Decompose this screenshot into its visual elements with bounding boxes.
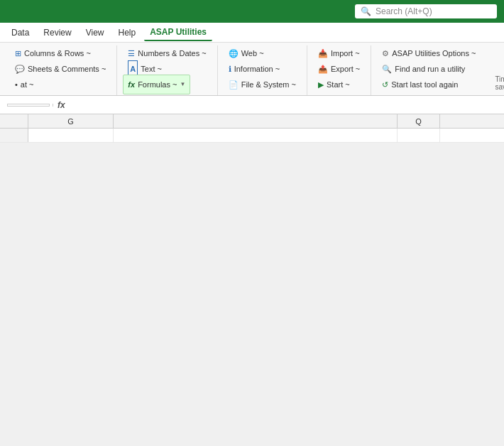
ribbon-group-columns: ⊞ Columns & Rows ~ 💬 Sheets & Comments ~…	[4, 45, 117, 95]
col-header-q	[114, 114, 398, 128]
formula-icon: fx	[57, 100, 65, 110]
formula-bar: fx	[0, 96, 504, 114]
menu-item-help[interactable]: Help	[113, 25, 142, 40]
ribbon-btn-start[interactable]: ▶ Start ~	[313, 75, 355, 94]
formulas-icon: fx	[128, 77, 135, 92]
title-bar: 🔍 Search (Alt+Q)	[0, 0, 504, 23]
ribbon: ⊞ Columns & Rows ~ 💬 Sheets & Comments ~…	[0, 43, 504, 96]
start-icon: ▶	[318, 77, 324, 92]
menu-item-asap[interactable]: ASAP Utilities	[144, 24, 212, 41]
ribbon-btn-at[interactable]: • at ~	[10, 75, 39, 94]
ribbon-group-web: 🌐 Web ~ ℹ Information ~ 📄 File & System …	[218, 45, 307, 95]
menu-item-data[interactable]: Data	[6, 25, 35, 40]
sheet-row-1	[0, 129, 504, 143]
menu-item-review[interactable]: Review	[38, 25, 77, 40]
ribbon-group-text: ☰ Numbers & Dates ~ A Text ~ fx Formulas…	[117, 45, 217, 95]
search-box[interactable]: 🔍 Search (Alt+Q)	[355, 4, 497, 18]
column-headers: G Q	[0, 114, 504, 129]
sheet-area: G Q 📊1.Change formulas to their calculat…	[0, 114, 504, 143]
name-box[interactable]	[7, 104, 50, 107]
col-header-g: G	[28, 114, 114, 128]
formulas-caret: ▼	[180, 77, 185, 92]
ribbon-group-asap-options: ⚙ ASAP Utilities Options ~ 🔍 Find and ru…	[371, 45, 486, 95]
col-header-more: Q	[398, 114, 440, 128]
ribbon-btn-formulas[interactable]: fx Formulas ~ ▼	[123, 75, 190, 94]
search-placeholder: Search (Alt+Q)	[376, 6, 432, 16]
ribbon-group-import: 📥 Import ~ 📤 Export ~ ▶ Start ~	[307, 45, 371, 95]
start-last-icon: ↺	[382, 77, 388, 92]
corner-cell	[0, 114, 28, 128]
search-icon: 🔍	[361, 6, 371, 16]
ribbon-btn-file-system[interactable]: 📄 File & System ~	[224, 75, 301, 94]
at-icon: •	[15, 77, 18, 92]
time-saving-label: Time savin	[489, 75, 504, 91]
file-icon: 📄	[229, 77, 239, 92]
menu-bar: Data Review View Help ASAP Utilities	[0, 23, 504, 43]
menu-item-view[interactable]: View	[80, 25, 110, 40]
ribbon-btn-start-last[interactable]: ↺ Start last tool again	[377, 75, 463, 94]
